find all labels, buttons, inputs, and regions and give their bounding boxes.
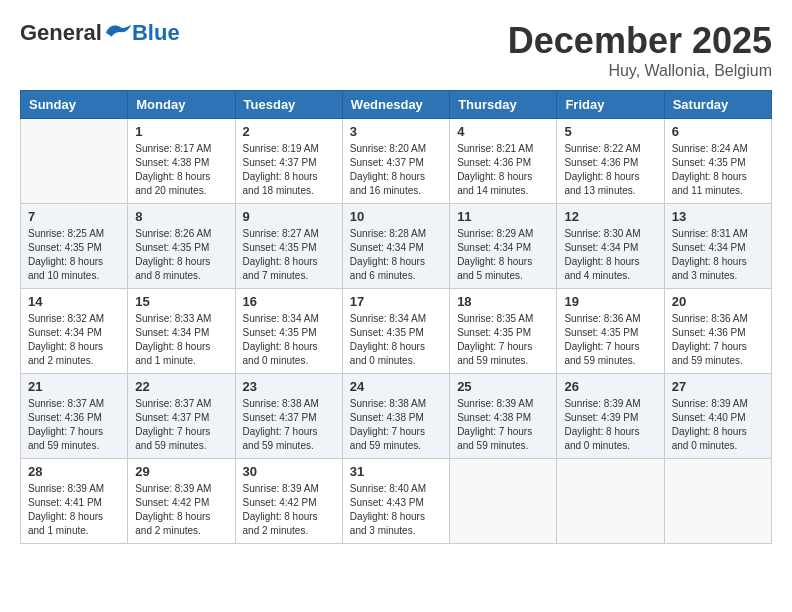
- calendar-cell: [664, 459, 771, 544]
- calendar-header-row: SundayMondayTuesdayWednesdayThursdayFrid…: [21, 91, 772, 119]
- cell-content: Sunrise: 8:27 AM Sunset: 4:35 PM Dayligh…: [243, 227, 335, 283]
- column-header-thursday: Thursday: [450, 91, 557, 119]
- day-number: 25: [457, 379, 549, 394]
- calendar-cell: 28Sunrise: 8:39 AM Sunset: 4:41 PM Dayli…: [21, 459, 128, 544]
- cell-content: Sunrise: 8:20 AM Sunset: 4:37 PM Dayligh…: [350, 142, 442, 198]
- cell-content: Sunrise: 8:39 AM Sunset: 4:38 PM Dayligh…: [457, 397, 549, 453]
- column-header-tuesday: Tuesday: [235, 91, 342, 119]
- calendar-cell: 30Sunrise: 8:39 AM Sunset: 4:42 PM Dayli…: [235, 459, 342, 544]
- calendar-cell: 10Sunrise: 8:28 AM Sunset: 4:34 PM Dayli…: [342, 204, 449, 289]
- cell-content: Sunrise: 8:38 AM Sunset: 4:38 PM Dayligh…: [350, 397, 442, 453]
- calendar-week-row: 21Sunrise: 8:37 AM Sunset: 4:36 PM Dayli…: [21, 374, 772, 459]
- day-number: 31: [350, 464, 442, 479]
- cell-content: Sunrise: 8:32 AM Sunset: 4:34 PM Dayligh…: [28, 312, 120, 368]
- day-number: 12: [564, 209, 656, 224]
- calendar-cell: 27Sunrise: 8:39 AM Sunset: 4:40 PM Dayli…: [664, 374, 771, 459]
- calendar-cell: 20Sunrise: 8:36 AM Sunset: 4:36 PM Dayli…: [664, 289, 771, 374]
- cell-content: Sunrise: 8:25 AM Sunset: 4:35 PM Dayligh…: [28, 227, 120, 283]
- month-title: December 2025: [508, 20, 772, 62]
- calendar-cell: 13Sunrise: 8:31 AM Sunset: 4:34 PM Dayli…: [664, 204, 771, 289]
- logo-bird-icon: [104, 23, 132, 43]
- day-number: 20: [672, 294, 764, 309]
- calendar-cell: [450, 459, 557, 544]
- calendar-cell: 21Sunrise: 8:37 AM Sunset: 4:36 PM Dayli…: [21, 374, 128, 459]
- day-number: 14: [28, 294, 120, 309]
- column-header-wednesday: Wednesday: [342, 91, 449, 119]
- calendar-cell: 17Sunrise: 8:34 AM Sunset: 4:35 PM Dayli…: [342, 289, 449, 374]
- cell-content: Sunrise: 8:36 AM Sunset: 4:35 PM Dayligh…: [564, 312, 656, 368]
- cell-content: Sunrise: 8:37 AM Sunset: 4:37 PM Dayligh…: [135, 397, 227, 453]
- cell-content: Sunrise: 8:30 AM Sunset: 4:34 PM Dayligh…: [564, 227, 656, 283]
- calendar-cell: 11Sunrise: 8:29 AM Sunset: 4:34 PM Dayli…: [450, 204, 557, 289]
- cell-content: Sunrise: 8:37 AM Sunset: 4:36 PM Dayligh…: [28, 397, 120, 453]
- day-number: 18: [457, 294, 549, 309]
- day-number: 27: [672, 379, 764, 394]
- cell-content: Sunrise: 8:24 AM Sunset: 4:35 PM Dayligh…: [672, 142, 764, 198]
- day-number: 3: [350, 124, 442, 139]
- column-header-friday: Friday: [557, 91, 664, 119]
- calendar-cell: 22Sunrise: 8:37 AM Sunset: 4:37 PM Dayli…: [128, 374, 235, 459]
- day-number: 30: [243, 464, 335, 479]
- day-number: 8: [135, 209, 227, 224]
- calendar-week-row: 7Sunrise: 8:25 AM Sunset: 4:35 PM Daylig…: [21, 204, 772, 289]
- calendar-cell: 14Sunrise: 8:32 AM Sunset: 4:34 PM Dayli…: [21, 289, 128, 374]
- day-number: 26: [564, 379, 656, 394]
- day-number: 15: [135, 294, 227, 309]
- calendar-cell: [557, 459, 664, 544]
- cell-content: Sunrise: 8:33 AM Sunset: 4:34 PM Dayligh…: [135, 312, 227, 368]
- cell-content: Sunrise: 8:39 AM Sunset: 4:42 PM Dayligh…: [243, 482, 335, 538]
- calendar-cell: 23Sunrise: 8:38 AM Sunset: 4:37 PM Dayli…: [235, 374, 342, 459]
- day-number: 28: [28, 464, 120, 479]
- cell-content: Sunrise: 8:28 AM Sunset: 4:34 PM Dayligh…: [350, 227, 442, 283]
- cell-content: Sunrise: 8:19 AM Sunset: 4:37 PM Dayligh…: [243, 142, 335, 198]
- cell-content: Sunrise: 8:40 AM Sunset: 4:43 PM Dayligh…: [350, 482, 442, 538]
- day-number: 22: [135, 379, 227, 394]
- calendar-cell: 9Sunrise: 8:27 AM Sunset: 4:35 PM Daylig…: [235, 204, 342, 289]
- calendar-cell: 19Sunrise: 8:36 AM Sunset: 4:35 PM Dayli…: [557, 289, 664, 374]
- day-number: 11: [457, 209, 549, 224]
- calendar-cell: 2Sunrise: 8:19 AM Sunset: 4:37 PM Daylig…: [235, 119, 342, 204]
- day-number: 19: [564, 294, 656, 309]
- calendar-table: SundayMondayTuesdayWednesdayThursdayFrid…: [20, 90, 772, 544]
- day-number: 9: [243, 209, 335, 224]
- location-text: Huy, Wallonia, Belgium: [508, 62, 772, 80]
- calendar-cell: 16Sunrise: 8:34 AM Sunset: 4:35 PM Dayli…: [235, 289, 342, 374]
- day-number: 21: [28, 379, 120, 394]
- title-block: December 2025 Huy, Wallonia, Belgium: [508, 20, 772, 80]
- cell-content: Sunrise: 8:36 AM Sunset: 4:36 PM Dayligh…: [672, 312, 764, 368]
- cell-content: Sunrise: 8:21 AM Sunset: 4:36 PM Dayligh…: [457, 142, 549, 198]
- day-number: 5: [564, 124, 656, 139]
- calendar-cell: 15Sunrise: 8:33 AM Sunset: 4:34 PM Dayli…: [128, 289, 235, 374]
- cell-content: Sunrise: 8:39 AM Sunset: 4:40 PM Dayligh…: [672, 397, 764, 453]
- day-number: 7: [28, 209, 120, 224]
- cell-content: Sunrise: 8:34 AM Sunset: 4:35 PM Dayligh…: [350, 312, 442, 368]
- calendar-cell: 29Sunrise: 8:39 AM Sunset: 4:42 PM Dayli…: [128, 459, 235, 544]
- day-number: 1: [135, 124, 227, 139]
- calendar-week-row: 14Sunrise: 8:32 AM Sunset: 4:34 PM Dayli…: [21, 289, 772, 374]
- page-header: General Blue December 2025 Huy, Wallonia…: [20, 20, 772, 80]
- calendar-cell: 6Sunrise: 8:24 AM Sunset: 4:35 PM Daylig…: [664, 119, 771, 204]
- calendar-cell: 18Sunrise: 8:35 AM Sunset: 4:35 PM Dayli…: [450, 289, 557, 374]
- calendar-cell: 7Sunrise: 8:25 AM Sunset: 4:35 PM Daylig…: [21, 204, 128, 289]
- day-number: 16: [243, 294, 335, 309]
- cell-content: Sunrise: 8:38 AM Sunset: 4:37 PM Dayligh…: [243, 397, 335, 453]
- cell-content: Sunrise: 8:35 AM Sunset: 4:35 PM Dayligh…: [457, 312, 549, 368]
- calendar-cell: 1Sunrise: 8:17 AM Sunset: 4:38 PM Daylig…: [128, 119, 235, 204]
- cell-content: Sunrise: 8:34 AM Sunset: 4:35 PM Dayligh…: [243, 312, 335, 368]
- column-header-saturday: Saturday: [664, 91, 771, 119]
- calendar-cell: [21, 119, 128, 204]
- calendar-cell: 26Sunrise: 8:39 AM Sunset: 4:39 PM Dayli…: [557, 374, 664, 459]
- cell-content: Sunrise: 8:31 AM Sunset: 4:34 PM Dayligh…: [672, 227, 764, 283]
- day-number: 24: [350, 379, 442, 394]
- calendar-cell: 3Sunrise: 8:20 AM Sunset: 4:37 PM Daylig…: [342, 119, 449, 204]
- cell-content: Sunrise: 8:29 AM Sunset: 4:34 PM Dayligh…: [457, 227, 549, 283]
- day-number: 4: [457, 124, 549, 139]
- cell-content: Sunrise: 8:22 AM Sunset: 4:36 PM Dayligh…: [564, 142, 656, 198]
- calendar-cell: 5Sunrise: 8:22 AM Sunset: 4:36 PM Daylig…: [557, 119, 664, 204]
- day-number: 6: [672, 124, 764, 139]
- day-number: 13: [672, 209, 764, 224]
- cell-content: Sunrise: 8:26 AM Sunset: 4:35 PM Dayligh…: [135, 227, 227, 283]
- column-header-sunday: Sunday: [21, 91, 128, 119]
- day-number: 29: [135, 464, 227, 479]
- calendar-cell: 24Sunrise: 8:38 AM Sunset: 4:38 PM Dayli…: [342, 374, 449, 459]
